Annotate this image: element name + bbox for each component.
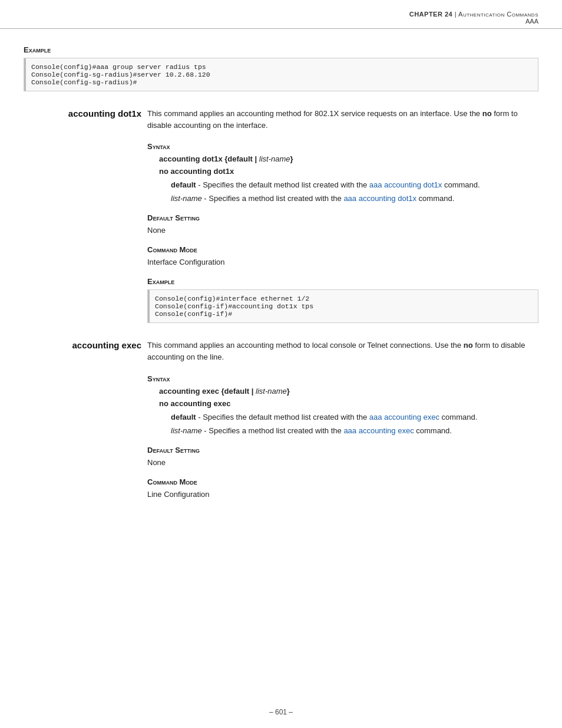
dot1x-default-label: Default Setting xyxy=(147,213,538,222)
dot1x-syntax-sep: | xyxy=(253,154,259,163)
exec-syntax-block: Syntax accounting exec {default | list-n… xyxy=(147,374,538,408)
dot1x-default-value: None xyxy=(147,226,538,235)
dot1x-param-listname-name: list-name xyxy=(171,194,202,203)
page-footer: – 601 – xyxy=(0,708,562,716)
dot1x-syntax-close: } xyxy=(290,154,293,163)
desc-text-1: This command applies an accounting metho… xyxy=(147,109,482,118)
chapter-line: CHAPTER 24 | Authentication Commands xyxy=(24,11,538,18)
dot1x-example-section: Example Console(config)#interface ethern… xyxy=(147,277,538,323)
page-number: – 601 – xyxy=(269,708,293,716)
dot1x-syntax-cmd: accounting dot1x { xyxy=(159,154,227,163)
dot1x-syntax-line: accounting dot1x {default | list-name} xyxy=(159,154,538,163)
dot1x-param-listname-after: command. xyxy=(416,194,454,203)
exec-param-default-name: default xyxy=(171,413,196,421)
dot1x-mode-section: Command Mode Interface Configuration xyxy=(147,245,538,266)
dot1x-param-default-link[interactable]: aaa accounting dot1x xyxy=(369,180,442,189)
chapter-label: CHAPTER 24 xyxy=(409,11,452,18)
desc-bold-no-1: no xyxy=(482,109,492,118)
dot1x-param-listname-dash: - Specifies a method list created with t… xyxy=(202,194,344,203)
command-desc-exec: This command applies an accounting metho… xyxy=(147,340,538,363)
top-code-line-2: Console(config-sg-radius)#server 10.2.68… xyxy=(31,71,531,78)
command-name-dot1x: accounting dot1x xyxy=(24,108,147,131)
exec-syntax-label: Syntax xyxy=(147,374,538,383)
exec-param-listname-after: command. xyxy=(414,426,452,435)
dot1x-param-default-after: command. xyxy=(442,180,480,189)
exec-desc-text: This command applies an accounting metho… xyxy=(147,341,464,350)
command-accounting-exec: accounting exec This command applies an … xyxy=(24,340,538,363)
top-example-code: Console(config)#aaa group server radius … xyxy=(24,58,538,91)
dot1x-code-line-1: Console(config)#interface ethernet 1/2 xyxy=(155,295,531,302)
dot1x-syntax-default: default xyxy=(227,154,253,163)
top-code-line-3: Console(config-sg-radius)# xyxy=(31,78,531,86)
exec-body: Syntax accounting exec {default | list-n… xyxy=(147,374,538,499)
dot1x-body: Syntax accounting dot1x {default | list-… xyxy=(147,142,538,323)
exec-param-listname-name: list-name xyxy=(171,426,202,435)
page: CHAPTER 24 | Authentication Commands AAA… xyxy=(0,0,562,728)
exec-param-listname-dash: - Specifies a method list created with t… xyxy=(202,426,344,435)
dot1x-no-form: no accounting dot1x xyxy=(159,167,538,176)
exec-no-form: no accounting exec xyxy=(159,399,538,408)
exec-syntax-close: } xyxy=(287,387,290,396)
dot1x-param-listname: list-name - Specifies a method list crea… xyxy=(171,194,538,203)
dot1x-syntax-block: Syntax accounting dot1x {default | list-… xyxy=(147,142,538,176)
exec-syntax-default: default xyxy=(224,387,250,396)
exec-default-value: None xyxy=(147,458,538,467)
dot1x-code-line-3: Console(config-if)# xyxy=(155,310,531,318)
dot1x-syntax-label: Syntax xyxy=(147,142,538,151)
dot1x-example-label: Example xyxy=(147,277,538,286)
dot1x-param-default-name: default xyxy=(171,180,196,189)
header-subtitle: AAA xyxy=(24,18,538,25)
exec-syntax-cmd: accounting exec { xyxy=(159,387,224,396)
header-title: Authentication Commands xyxy=(458,11,538,18)
exec-mode-value: Line Configuration xyxy=(147,490,538,499)
top-example-section: Example Console(config)#aaa group server… xyxy=(24,45,538,91)
exec-syntax-line: accounting exec {default | list-name} xyxy=(159,387,538,396)
dot1x-mode-label: Command Mode xyxy=(147,245,538,254)
exec-param-default-dash: - Specifies the default method list crea… xyxy=(196,413,369,421)
dot1x-default-section: Default Setting None xyxy=(147,213,538,235)
exec-default-label: Default Setting xyxy=(147,446,538,454)
dot1x-param-default-dash: - Specifies the default method list crea… xyxy=(196,180,369,189)
exec-desc-bold: no xyxy=(464,341,473,350)
main-content: Example Console(config)#aaa group server… xyxy=(0,29,562,525)
exec-syntax-sep: | xyxy=(249,387,256,396)
command-accounting-dot1x: accounting dot1x This command applies an… xyxy=(24,108,538,131)
command-name-exec: accounting exec xyxy=(24,340,147,363)
top-code-line-1: Console(config)#aaa group server radius … xyxy=(31,63,531,71)
exec-mode-label: Command Mode xyxy=(147,477,538,486)
command-desc-dot1x: This command applies an accounting metho… xyxy=(147,108,538,131)
exec-param-default: default - Specifies the default method l… xyxy=(171,413,538,421)
page-header: CHAPTER 24 | Authentication Commands AAA xyxy=(0,0,562,29)
exec-param-listname-link[interactable]: aaa accounting exec xyxy=(343,426,414,435)
dot1x-syntax-listname: list-name xyxy=(259,154,290,163)
exec-param-default-after: command. xyxy=(439,413,477,421)
dot1x-param-listname-link[interactable]: aaa accounting dot1x xyxy=(343,194,416,203)
dot1x-mode-value: Interface Configuration xyxy=(147,258,538,266)
exec-param-default-link[interactable]: aaa accounting exec xyxy=(369,413,439,421)
dot1x-example-code: Console(config)#interface ethernet 1/2 C… xyxy=(147,289,538,323)
exec-syntax-listname: list-name xyxy=(256,387,287,396)
exec-default-section: Default Setting None xyxy=(147,446,538,467)
exec-param-listname: list-name - Specifies a method list crea… xyxy=(171,426,538,435)
top-example-label: Example xyxy=(24,45,538,54)
exec-mode-section: Command Mode Line Configuration xyxy=(147,477,538,499)
dot1x-code-line-2: Console(config-if)#accounting dot1x tps xyxy=(155,302,531,310)
dot1x-param-default: default - Specifies the default method l… xyxy=(171,180,538,189)
